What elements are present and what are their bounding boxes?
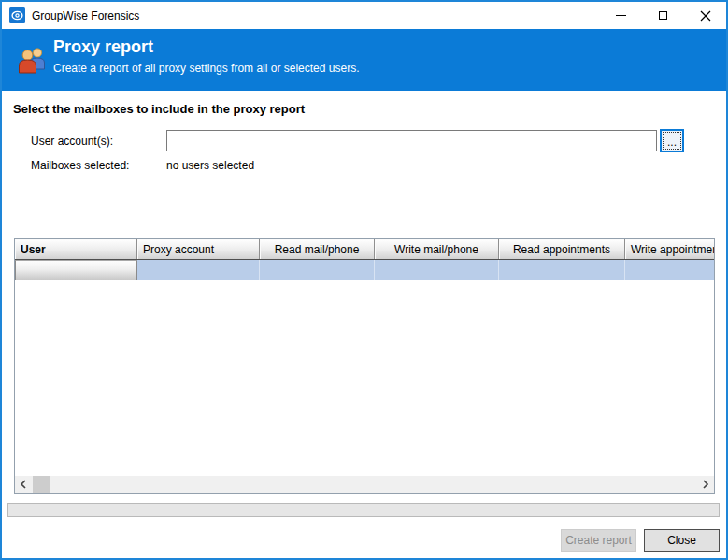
mailboxes-selected-value: no users selected	[166, 159, 254, 172]
scroll-left-icon	[20, 480, 27, 489]
table-empty-area	[15, 280, 714, 476]
user-accounts-input[interactable]	[166, 130, 657, 151]
maximize-icon	[659, 11, 667, 20]
dialog-subtitle: Create a report of all proxy settings fr…	[53, 62, 359, 75]
groupwise-forensics-window: GroupWise Forensics Proxy report C	[0, 0, 728, 560]
progress-bar	[7, 503, 720, 517]
mailboxes-selected-label: Mailboxes selected:	[31, 159, 129, 172]
column-header-read-mail-phone[interactable]: Read mail/phone	[260, 239, 375, 259]
table-row[interactable]	[15, 260, 714, 280]
create-report-button[interactable]: Create report	[561, 529, 636, 552]
minimize-button[interactable]	[600, 2, 642, 29]
row-header-cell[interactable]	[15, 260, 137, 280]
maximize-button[interactable]	[642, 2, 684, 29]
window-title: GroupWise Forensics	[32, 9, 139, 22]
close-icon	[700, 10, 711, 22]
browse-users-button-label: ...	[662, 131, 682, 151]
users-icon	[17, 44, 49, 76]
table-header-row: User Proxy account Read mail/phone Write…	[15, 239, 714, 260]
scrollbar-track[interactable]	[32, 476, 697, 493]
dialog-title: Proxy report	[53, 37, 153, 57]
user-accounts-label: User account(s):	[31, 135, 113, 148]
column-header-write-mail-phone[interactable]: Write mail/phone	[375, 239, 499, 259]
section-title: Select the mailboxes to include in the p…	[13, 102, 305, 116]
column-header-proxy-account[interactable]: Proxy account	[137, 239, 260, 259]
window-controls	[600, 2, 726, 29]
column-header-user[interactable]: User	[15, 239, 137, 259]
column-header-write-appointments[interactable]: Write appointments	[625, 239, 714, 259]
proxy-results-table: User Proxy account Read mail/phone Write…	[14, 238, 715, 494]
cell-write-appointments[interactable]	[625, 260, 714, 280]
close-dialog-button[interactable]: Close	[644, 529, 720, 552]
browse-users-button[interactable]: ...	[660, 129, 684, 152]
groupwise-eye-icon	[9, 7, 25, 23]
dialog-header: Proxy report Create a report of all prox…	[2, 29, 726, 91]
cell-read-appointments[interactable]	[499, 260, 625, 280]
titlebar: GroupWise Forensics	[2, 2, 726, 29]
scroll-right-icon	[702, 480, 709, 489]
scrollbar-thumb[interactable]	[33, 476, 50, 493]
column-header-read-appointments[interactable]: Read appointments	[499, 239, 625, 259]
scroll-right-button[interactable]	[697, 476, 714, 493]
horizontal-scrollbar[interactable]	[15, 476, 714, 493]
minimize-icon	[616, 15, 626, 16]
cell-proxy-account[interactable]	[137, 260, 260, 280]
cell-write-mail-phone[interactable]	[375, 260, 499, 280]
cell-read-mail-phone[interactable]	[260, 260, 375, 280]
close-button[interactable]	[684, 2, 726, 29]
scroll-left-button[interactable]	[15, 476, 32, 493]
